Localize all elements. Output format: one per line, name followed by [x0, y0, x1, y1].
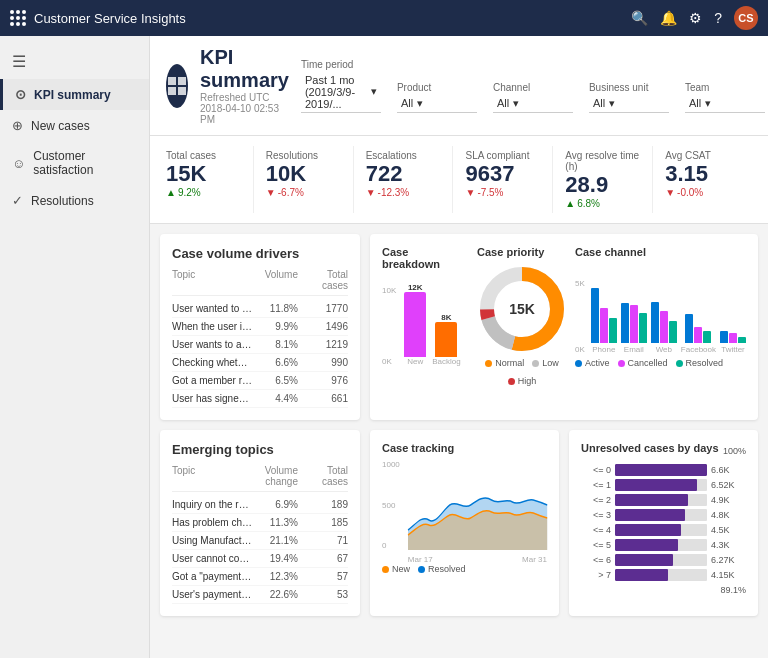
kpi-resolutions: Resolutions 10K ▼-6.7% [254, 146, 354, 213]
charts-area: Case volume drivers Topic Volume Total c… [150, 224, 768, 626]
sidebar-item-customer-satisfaction[interactable]: ☺ Customer satisfaction [0, 141, 149, 185]
charts-row-top: Case breakdown 10K 0K 12K [382, 246, 746, 408]
donut-center: 15K [509, 301, 535, 317]
hbar-fill-1 [615, 479, 697, 491]
app-launcher-icon[interactable] [10, 10, 26, 26]
case-volume-row: User wants to add items t... 8.1% 1219 [172, 336, 348, 354]
unresolved-title: Unresolved cases by days [581, 442, 719, 454]
sidebar-item-resolutions[interactable]: ✓ Resolutions [0, 185, 149, 216]
sidebar-item-kpi-summary[interactable]: ⊙ KPI summary [0, 79, 149, 110]
case-volume-row: Got a member reward, an... 6.5% 976 [172, 372, 348, 390]
unresolved-bar-item: <= 6 6.27K [581, 554, 746, 566]
page-subtitle: Refreshed UTC 2018-04-10 02:53 PM [200, 92, 289, 125]
unresolved-bar-item: <= 4 4.5K [581, 524, 746, 536]
filter-time-period-select[interactable]: Past 1 mo (2019/3/9-2019/... ▾ [301, 72, 381, 113]
bell-icon[interactable]: 🔔 [660, 10, 677, 26]
unresolved-bars: <= 0 6.6K <= 1 6.52K <= 2 4.9K <= 3 4.8K… [581, 464, 746, 581]
customer-satisfaction-icon: ☺ [12, 156, 25, 171]
unresolved-pct-label: 100% [723, 446, 746, 456]
kpi-avg-resolve-delta: ▲6.8% [565, 198, 640, 209]
kpi-escalations: Escalations 722 ▼-12.3% [354, 146, 454, 213]
hamburger-menu[interactable]: ☰ [0, 44, 149, 79]
kpi-total-cases-value: 15K [166, 161, 241, 187]
svg-rect-1 [178, 77, 186, 85]
kpi-resolutions-delta: ▼-6.7% [266, 187, 341, 198]
breakdown-bar-backlog: 8K Backlog [432, 313, 460, 366]
filter-channel-value: All [497, 97, 509, 109]
sidebar-item-new-cases[interactable]: ⊕ New cases [0, 110, 149, 141]
search-icon[interactable]: 🔍 [631, 10, 648, 26]
et-total-0: 189 [298, 499, 348, 510]
hbar-fill-5 [615, 539, 678, 551]
avatar[interactable]: CS [734, 6, 758, 30]
filter-team-chevron: ▾ [705, 97, 711, 110]
case-priority-chart: Case priority [477, 246, 567, 408]
et-topic-1: Has problem choosing exp... [172, 517, 253, 528]
filter-product-select[interactable]: All ▾ [397, 95, 477, 113]
emerging-topic-row: Got a "payment failed"... 12.3% 57 [172, 568, 348, 586]
case-channel-title: Case channel [575, 246, 746, 258]
filter-channel-label: Channel [493, 82, 573, 93]
legend-dot-active [575, 360, 582, 367]
filter-team-select[interactable]: All ▾ [685, 95, 765, 113]
filter-business-unit-value: All [593, 97, 605, 109]
help-icon[interactable]: ? [714, 10, 722, 26]
header-filters: Time period Past 1 mo (2019/3/9-2019/...… [301, 59, 765, 113]
bar-tw-cancelled [729, 333, 737, 343]
filter-channel-select[interactable]: All ▾ [493, 95, 573, 113]
cv-total-1: 1496 [298, 321, 348, 332]
hbar-track-1 [615, 479, 707, 491]
legend-label-high: High [518, 376, 537, 386]
channel-phone: Phone [591, 288, 617, 354]
et-topic-4: Got a "payment failed"... [172, 571, 253, 582]
unresolved-bar-item: <= 5 4.3K [581, 539, 746, 551]
hbar-track-2 [615, 494, 707, 506]
legend-dot-cancelled [618, 360, 625, 367]
legend-dot-high [508, 378, 515, 385]
priority-legend: Normal Low High [477, 358, 567, 386]
channel-label-facebook: Facebook [681, 345, 716, 354]
legend-resolved: Resolved [676, 358, 724, 368]
tracking-svg [408, 460, 547, 550]
channel-legend: Active Cancelled Resolved [575, 358, 746, 368]
hbar-value-0: 6.6K [711, 465, 746, 475]
kpi-avg-csat-label: Avg CSAT [665, 150, 740, 161]
case-volume-row: User has signed up the ne... 4.4% 661 [172, 390, 348, 408]
page-header: KPI summary Refreshed UTC 2018-04-10 02:… [150, 36, 768, 136]
emerging-topic-row: Using Manufacturer coup... 21.1% 71 [172, 532, 348, 550]
settings-icon[interactable]: ⚙ [689, 10, 702, 26]
legend-dot-normal [485, 360, 492, 367]
svg-rect-0 [168, 77, 176, 85]
bar-backlog [435, 322, 457, 357]
case-volume-row: Checking whether he can r... 6.6% 990 [172, 354, 348, 372]
kpi-escalations-delta: ▼-12.3% [366, 187, 441, 198]
tracking-y-axis: 1000 500 0 [382, 460, 404, 550]
cv-topic-1: When the user input the c... [172, 321, 253, 332]
emerging-topic-row: Inquiry on the recent deal... 6.9% 189 [172, 496, 348, 514]
header-text: KPI summary Refreshed UTC 2018-04-10 02:… [200, 46, 289, 125]
kpi-avg-resolve-value: 28.9 [565, 172, 640, 198]
legend-high: High [508, 376, 537, 386]
filter-business-unit-select[interactable]: All ▾ [589, 95, 669, 113]
hbar-value-4: 4.5K [711, 525, 746, 535]
case-tracking-title: Case tracking [382, 442, 547, 454]
filter-channel: Channel All ▾ [493, 82, 573, 113]
tracking-legend-resolved: Resolved [418, 564, 466, 574]
hbar-track-3 [615, 509, 707, 521]
case-priority-viz: 15K Normal [477, 264, 567, 386]
cv-topic-3: Checking whether he can r... [172, 357, 253, 368]
kpi-resolutions-label: Resolutions [266, 150, 341, 161]
et-topic-0: Inquiry on the recent deal... [172, 499, 253, 510]
cv-topic-0: User wanted to apply pro... [172, 303, 253, 314]
tracking-legend-new-label: New [392, 564, 410, 574]
bottom-charts: Case tracking 1000 500 0 [370, 430, 758, 616]
et-total-2: 71 [298, 535, 348, 546]
emerging-topic-row: User's payment rejected d... 22.6% 53 [172, 586, 348, 604]
filter-business-unit-label: Business unit [589, 82, 669, 93]
hbar-value-6: 6.27K [711, 555, 746, 565]
hbar-fill-2 [615, 494, 688, 506]
et-volume-5: 22.6% [253, 589, 298, 600]
case-breakdown-chart: Case breakdown 10K 0K 12K [382, 246, 469, 408]
legend-label-resolved: Resolved [686, 358, 724, 368]
donut-wrapper: 15K [477, 264, 567, 354]
